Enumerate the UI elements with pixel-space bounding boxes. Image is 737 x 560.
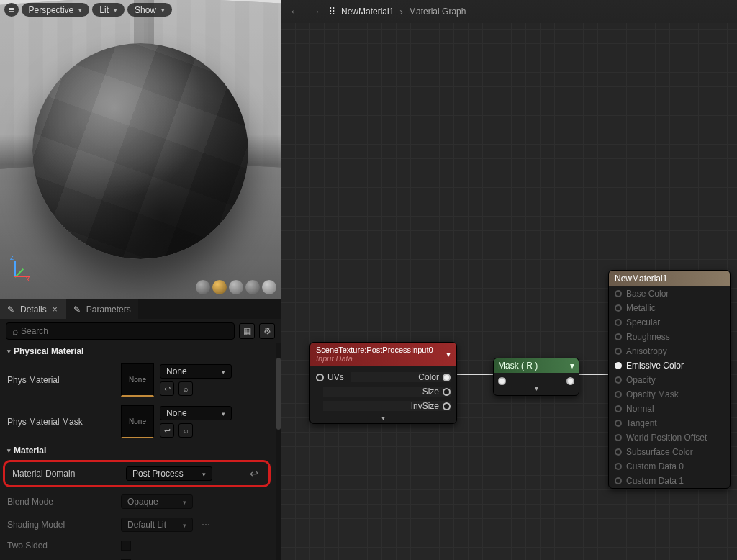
show-dropdown[interactable]: Show — [127, 3, 172, 17]
output-pin[interactable]: Specular — [609, 315, 730, 330]
output-pin[interactable]: Opacity Mask — [609, 387, 730, 402]
pin-label: World Position Offset — [626, 433, 707, 443]
preview-plane-button[interactable] — [229, 280, 243, 294]
pin-label: Tangent — [626, 418, 657, 428]
prop-label-phys-material: Phys Material — [7, 375, 115, 385]
socket-icon — [615, 463, 622, 470]
node-scenetexture[interactable]: SceneTexture:PostProcessInput0 Input Dat… — [309, 342, 457, 424]
output-pin-invsize[interactable]: InvSize — [323, 401, 451, 411]
shading-model-dropdown[interactable]: Default Lit — [121, 518, 193, 532]
chevron-down-icon — [183, 520, 186, 530]
output-pin[interactable]: Tangent — [609, 416, 730, 430]
use-selected-button[interactable] — [160, 423, 174, 438]
tab-label: Details — [20, 304, 47, 315]
category-physical-material[interactable]: Physical Material — [0, 343, 275, 359]
chevron-down-icon — [202, 469, 206, 479]
socket-icon — [615, 477, 622, 484]
nav-back-button[interactable]: ← — [288, 5, 302, 18]
pin-label: Roughness — [626, 332, 670, 342]
details-scroll[interactable]: Physical Material Phys Material None Non… — [0, 343, 275, 560]
viewmode-dropdown[interactable]: Lit — [92, 3, 125, 17]
output-pin[interactable]: Custom Data 1 — [609, 474, 730, 488]
node-expander[interactable] — [380, 412, 386, 423]
chevron-right-icon: › — [399, 6, 403, 17]
chevron-down-icon[interactable] — [446, 349, 451, 359]
prop-label-material-domain: Material Domain — [12, 469, 120, 479]
output-pin-color[interactable]: Color — [351, 372, 451, 382]
viewport-menu-button[interactable] — [4, 3, 19, 17]
preview-sphere — [32, 43, 248, 259]
chevron-down-icon — [222, 408, 225, 418]
phys-material-dropdown[interactable]: None — [160, 364, 232, 379]
output-pin[interactable]: Emissive Color — [609, 358, 730, 373]
input-pin-uvs[interactable]: UVs — [316, 372, 344, 382]
asset-thumbnail[interactable]: None — [121, 405, 154, 438]
socket-icon — [615, 405, 622, 412]
node-material-output[interactable]: NewMaterial1 Base ColorMetallicSpecularR… — [608, 270, 731, 489]
browse-asset-button[interactable] — [178, 381, 193, 396]
blend-mode-dropdown[interactable]: Opaque — [121, 494, 193, 509]
material-preview-viewport[interactable]: Perspective Lit Show z x — [0, 0, 281, 299]
tab-details[interactable]: Details × — [0, 299, 66, 319]
pin-label: Opacity — [626, 375, 656, 385]
breadcrumb-asset[interactable]: NewMaterial1 — [341, 6, 394, 17]
output-pin[interactable]: Roughness — [609, 330, 730, 344]
chevron-down-icon[interactable] — [570, 361, 574, 371]
preview-mesh-button[interactable] — [262, 280, 276, 294]
axis-gizmo-icon: z x — [6, 253, 35, 281]
tab-parameters[interactable]: Parameters — [66, 299, 138, 319]
nav-forward-button[interactable]: → — [308, 5, 322, 18]
output-pin[interactable]: Metallic — [609, 301, 730, 315]
category-material[interactable]: Material — [0, 443, 275, 459]
pin-label: Metallic — [626, 303, 656, 313]
preview-cube-button[interactable] — [245, 280, 260, 294]
output-pin[interactable]: Opacity — [609, 373, 730, 387]
output-pin[interactable]: Anisotropy — [609, 344, 730, 358]
output-pin[interactable]: World Position Offset — [609, 430, 730, 445]
phys-material-mask-dropdown[interactable]: None — [160, 406, 232, 420]
socket-icon — [615, 376, 622, 384]
preview-cylinder-button[interactable] — [196, 280, 210, 294]
prop-label-two-sided: Two Sided — [7, 541, 115, 551]
preview-scene — [0, 0, 281, 299]
preview-shape-buttons — [196, 280, 276, 294]
settings-button[interactable] — [259, 323, 275, 339]
output-pin[interactable]: Base Color — [609, 286, 730, 301]
material-domain-dropdown[interactable]: Post Process — [126, 466, 212, 481]
prop-label-blend-mode: Blend Mode — [7, 497, 115, 507]
pencil-icon — [7, 304, 16, 315]
socket-icon — [615, 304, 622, 312]
perspective-dropdown[interactable]: Perspective — [22, 3, 90, 17]
mask-input-pin[interactable] — [498, 377, 506, 385]
use-selected-button[interactable] — [160, 381, 174, 396]
pin-label: Custom Data 1 — [626, 476, 684, 486]
output-pin-size[interactable]: Size — [323, 387, 451, 397]
property-matrix-button[interactable] — [239, 323, 255, 339]
node-expander[interactable] — [533, 383, 540, 394]
pin-label: Subsurface Color — [626, 447, 693, 457]
pin-label: Anisotropy — [626, 346, 667, 356]
pin-label: Custom Data 0 — [626, 461, 684, 471]
output-pin[interactable]: Custom Data 0 — [609, 459, 730, 474]
search-input[interactable] — [21, 326, 228, 336]
revert-arrow-icon[interactable]: ↩ — [247, 468, 261, 479]
output-pin[interactable]: Normal — [609, 402, 730, 416]
output-pin[interactable]: Subsurface Color — [609, 445, 730, 459]
mask-output-pin[interactable] — [566, 377, 574, 385]
browse-asset-button[interactable] — [178, 423, 193, 438]
close-icon[interactable]: × — [51, 304, 59, 315]
socket-icon — [615, 434, 622, 441]
two-sided-checkbox[interactable] — [121, 541, 131, 551]
breadcrumb-graph: Material Graph — [409, 6, 466, 17]
prop-label-shading-model: Shading Model — [7, 520, 115, 530]
preview-sphere-button[interactable] — [212, 280, 227, 294]
asset-thumbnail[interactable]: None — [121, 363, 154, 397]
node-title: NewMaterial1 — [615, 274, 667, 284]
node-mask[interactable]: Mask ( R ) — [493, 358, 579, 396]
pin-label: Normal — [626, 404, 654, 414]
material-graph-panel[interactable]: ← → ⠿ NewMaterial1 › Material Graph Scen… — [281, 0, 737, 560]
prop-label-phys-material-mask: Phys Material Mask — [7, 417, 115, 427]
pin-label: Base Color — [626, 289, 669, 299]
chevron-down-icon — [183, 497, 186, 507]
more-icon[interactable]: ⋯ — [199, 520, 214, 530]
